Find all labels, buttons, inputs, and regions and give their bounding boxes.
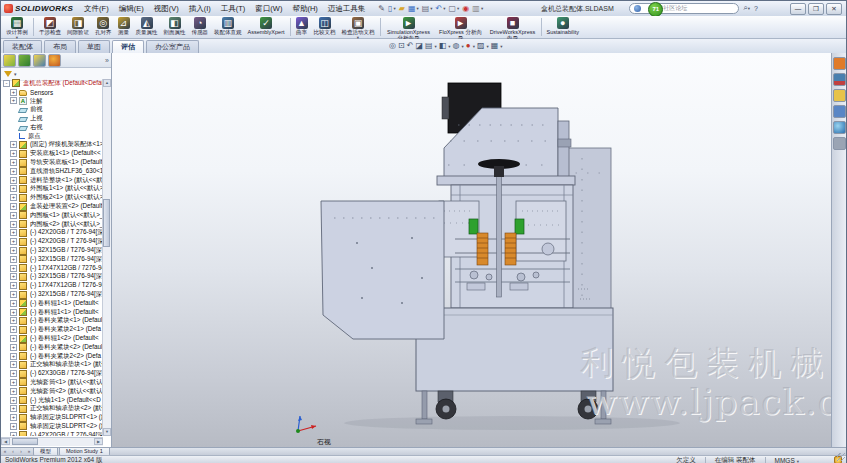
tool-driveworksxpress[interactable]: ■DriveWorksXpress 向导 [487, 16, 539, 38]
expander-icon[interactable]: + [10, 177, 17, 184]
tool-compare-documents[interactable]: ◫比较文档 [311, 16, 339, 38]
tree-item[interactable]: +轴承固定块SLDPRT<2> (默认 [1, 422, 103, 431]
tree-item[interactable]: +(-) 卷料辊1<2> (Default< [1, 334, 103, 343]
tree-item[interactable]: 右视 [1, 123, 103, 132]
expander-icon[interactable]: + [10, 335, 17, 342]
expander-icon[interactable]: + [10, 432, 17, 436]
tree-item[interactable]: +内围板<2> (默认<<默认>_显 [1, 220, 103, 229]
status-units[interactable]: MMGS▾ [766, 457, 809, 463]
tree-item[interactable]: +(-) 42X20GB / T 276-94[深沟球 [1, 229, 103, 238]
featuremanager-tree-tab[interactable] [3, 54, 16, 67]
expander-icon[interactable]: + [10, 89, 17, 96]
menu-item-3[interactable]: 视图(V) [149, 4, 184, 14]
open-document-icon[interactable]: ▰ [399, 3, 405, 14]
display-style-icon[interactable]: ◧ [439, 41, 447, 51]
expander-icon[interactable]: + [10, 229, 17, 236]
tool-curvature[interactable]: ▲曲率 [293, 16, 311, 38]
file-explorer-tab-icon[interactable] [833, 89, 846, 102]
tool-floxpress[interactable]: ►FloXpress 分析向导 [435, 16, 487, 38]
print-icon[interactable]: ▤▾ [422, 3, 433, 14]
help-icon[interactable]: ? [754, 5, 758, 12]
tree-item[interactable]: +光轴套筒<1> (默认<<默认>_ [1, 378, 103, 387]
tree-item[interactable]: 原点 [1, 132, 103, 141]
tree-item[interactable]: +(-) 17X47X12GB / T276-94[深沟 [1, 281, 103, 290]
view-settings-icon[interactable]: ▦ [491, 41, 499, 51]
expander-icon[interactable]: + [10, 273, 17, 280]
zoom-area-icon[interactable]: ⊡ [398, 41, 405, 51]
tool-check-document[interactable]: ▣检查活动文档▾ [339, 16, 378, 38]
zoom-fit-icon[interactable]: ◎ [389, 41, 396, 51]
expander-icon[interactable]: + [10, 282, 17, 289]
scroll-down-icon[interactable]: ▼ [103, 428, 111, 436]
custom-properties-tab-icon[interactable] [833, 137, 846, 150]
tool-design-study[interactable]: ▦设计算例▾ [3, 16, 31, 38]
expander-icon[interactable]: + [10, 150, 17, 157]
expander-icon[interactable]: + [10, 300, 17, 307]
save-icon[interactable]: ▦▾ [408, 3, 419, 14]
tool-assembly-visualization[interactable]: ▥装配体直观 [211, 16, 245, 38]
tab-nav-icon-1[interactable]: « [1, 449, 9, 454]
resize-grip[interactable] [837, 453, 845, 461]
tree-item[interactable]: +(-) 32X15GB / T276-94[深沟球 [1, 273, 103, 282]
tree-item[interactable]: +A注解 [1, 97, 103, 106]
menu-item-2[interactable]: 编辑(E) [114, 4, 149, 14]
expander-icon[interactable]: - [3, 80, 10, 87]
expander-icon[interactable]: + [10, 309, 17, 316]
tree-item[interactable]: +(-) 卷料辊1<1> (Default< [1, 299, 103, 308]
expander-icon[interactable]: + [10, 203, 17, 210]
expander-icon[interactable]: + [10, 370, 17, 377]
scroll-right-icon[interactable]: ▶ [94, 438, 103, 445]
menu-item-1[interactable]: 文件(F) [79, 4, 114, 14]
tool-interference-check[interactable]: ◩干涉检查 [36, 16, 64, 38]
apply-scene-icon[interactable]: ▨ [477, 41, 485, 51]
view-orientation-icon[interactable]: ▤ [425, 41, 433, 51]
tool-clearance-verify[interactable]: ◨间隙验证 [64, 16, 92, 38]
tree-item[interactable]: +(-) 32X15GB / T276-94[深沟球 [1, 290, 103, 299]
previous-view-icon[interactable]: ↶ [407, 41, 414, 51]
section-view-icon[interactable]: ◪ [415, 41, 423, 51]
menu-item-8[interactable]: 迈迪工具集 [323, 4, 371, 14]
expander-icon[interactable]: + [10, 405, 17, 412]
tree-item[interactable]: +安装底板1<1> (Default<< [1, 149, 103, 158]
expander-icon[interactable]: + [10, 168, 17, 175]
tree-item[interactable]: +(-) 卷料夹紧块<1> (Default [1, 317, 103, 326]
tree-item[interactable]: +(-) 32X15GB / T276-94[深沟球 [1, 246, 103, 255]
tab-布局[interactable]: 布局 [44, 40, 76, 53]
tree-item[interactable]: +Sensors [1, 88, 103, 97]
undo-icon[interactable]: ↶▾ [436, 3, 446, 14]
tab-装配体[interactable]: 装配体 [3, 40, 42, 53]
panel-more-icon[interactable]: » [105, 57, 109, 64]
expander-icon[interactable]: + [10, 185, 17, 192]
tree-item[interactable]: +内围板<1> (默认<<默认>_显 [1, 211, 103, 220]
expander-icon[interactable]: + [10, 397, 17, 404]
expander-icon[interactable]: + [10, 159, 17, 166]
tree-item[interactable]: +(-) 卷料夹紧块2<2> (Defa [1, 352, 103, 361]
tree-item[interactable]: +导轨安装底板<1> (Default [1, 158, 103, 167]
expander-icon[interactable]: + [10, 141, 17, 148]
tree-item[interactable]: +(-) 光轴1<1> (Default<<D [1, 396, 103, 405]
tree-item[interactable]: +(-) 42X20GB / T 276-94[深沟球 [1, 237, 103, 246]
tree-item[interactable]: +(-) 62X30GB / T276-94[深沟球 [1, 369, 103, 378]
expander-icon[interactable]: + [10, 423, 17, 430]
expander-icon[interactable]: + [10, 317, 17, 324]
tool-simulationxpress[interactable]: ►SimulationXpress 分析向导 [383, 16, 435, 38]
expander-icon[interactable]: + [10, 388, 17, 395]
tab-草图[interactable]: 草图 [78, 40, 110, 53]
tool-assemblyxpert[interactable]: ✓AssemblyXpert [245, 16, 288, 38]
expander-icon[interactable]: + [10, 256, 17, 263]
menu-item-6[interactable]: 窗口(W) [250, 4, 287, 14]
view-palette-tab-icon[interactable] [833, 105, 846, 118]
tree-item[interactable]: +进料垫整块<1> (默认<<默认 [1, 176, 103, 185]
tree-horizontal-scrollbar[interactable]: ◀ ▶ [1, 437, 103, 446]
tree-item[interactable]: 上视 [1, 114, 103, 123]
expander-icon[interactable]: + [10, 247, 17, 254]
tool-measure[interactable]: ⊿测量 [115, 16, 133, 38]
tool-sensor[interactable]: ◔传感器 [189, 16, 212, 38]
menu-item-4[interactable]: 插入(I) [184, 4, 216, 14]
rebuild-icon[interactable]: ◉ [462, 3, 469, 14]
tree-item[interactable]: +盒装处理装置<2> (Default [1, 202, 103, 211]
tool-mass-properties[interactable]: ◭质量属性 [133, 16, 161, 38]
close-button[interactable]: ✕ [826, 3, 842, 15]
tool-section-properties[interactable]: ◧剖面属性 [161, 16, 189, 38]
tab-nav-icon-4[interactable]: » [25, 449, 33, 454]
